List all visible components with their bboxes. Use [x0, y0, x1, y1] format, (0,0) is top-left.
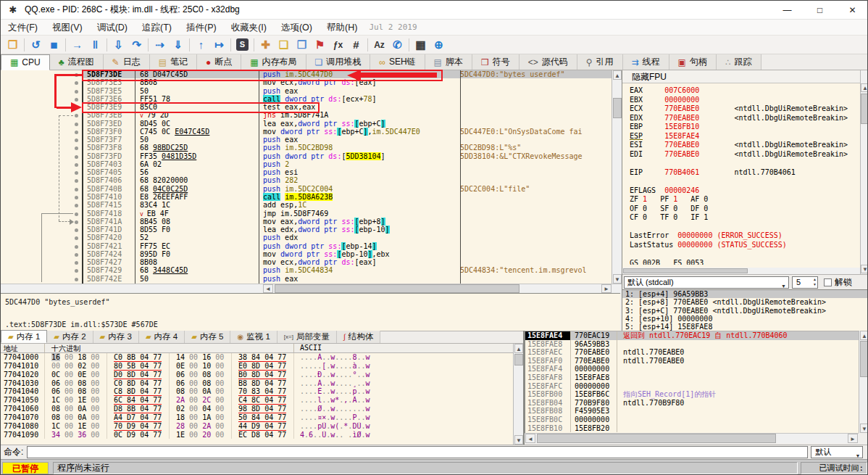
breakpoint-gutter[interactable]	[1, 201, 82, 209]
globe-icon[interactable]: ⊕	[430, 37, 448, 53]
register-line[interactable]: EBP 15E8FB10	[622, 123, 860, 132]
breakpoint-gutter[interactable]	[1, 193, 82, 201]
register-line[interactable]: ESP 15E8FAE4	[622, 132, 860, 141]
command-mode-select[interactable]: 默认 ▼	[811, 446, 863, 458]
hide-fpu-button[interactable]: 隐藏FPU	[622, 70, 868, 83]
registers-vscrollbar[interactable]: ▲ ▼	[860, 70, 868, 274]
scroll-thumb[interactable]	[537, 434, 776, 443]
disasm-row[interactable]: 5D8F7424895D F0mov dword ptr ss:[ebp-10]…	[1, 250, 612, 258]
stack-vscrollbar[interactable]: ▲ ▼	[859, 331, 868, 433]
argument-count-stepper[interactable]: 5 ▲▼	[792, 276, 818, 289]
tab-locals[interactable]: [x=]局部变量	[277, 331, 337, 343]
disasm-row[interactable]: 5D8F740668 82020000push 282	[1, 176, 612, 184]
tab-dump-1[interactable]: ▰内存 1	[1, 330, 47, 343]
disasm-row[interactable]: 5D8F742052push edx	[1, 234, 612, 241]
disasm-row[interactable]: 5D8F73F750push eax	[1, 136, 612, 144]
menu-item[interactable]: 调试(D)	[90, 20, 135, 36]
close-button[interactable]: ✕	[836, 1, 868, 20]
phone-icon[interactable]: ✆	[388, 37, 406, 53]
disasm-row[interactable]: 5D8F7410E8 26EEFAFFcall im.5D8A623B	[1, 193, 612, 201]
argument-hint-row[interactable]: 1: [esp+4] 96A59BB3	[622, 290, 868, 298]
trace-into-icon[interactable]: ⇢	[151, 37, 169, 53]
patch-icon[interactable]: ✚	[256, 37, 275, 53]
tab-dump-3[interactable]: ▰内存 3	[93, 331, 139, 343]
case-icon[interactable]: Az	[370, 37, 388, 53]
tab-log[interactable]: ✎日志	[104, 54, 150, 70]
minimize-button[interactable]: —	[771, 1, 804, 20]
disasm-row[interactable]: 5D8F742E50push eax	[1, 275, 612, 283]
dump-row[interactable]: 770410801C 00 1E 0070 D9 04 7728 00 2A 0…	[1, 422, 513, 431]
register-line[interactable]: EDI 770EABE0 <ntdll.DbgUiRemoteBreakin>	[622, 150, 860, 160]
breakpoint-gutter[interactable]	[1, 160, 82, 168]
register-line[interactable]: EFLAGS 00000246	[622, 186, 860, 196]
scroll-right-icon[interactable]: ►	[601, 284, 612, 293]
tab-call-stack[interactable]: ❏调用堆栈	[306, 54, 371, 70]
tab-references[interactable]: ⚲引用	[577, 54, 623, 70]
dump-row[interactable]: 7704109034 00 36 000C D9 04 771E 00 20 0…	[1, 431, 513, 439]
tab-handles[interactable]: ▣句柄	[669, 54, 717, 70]
register-line[interactable]: EIP 770B4061 ntdll.770B4061	[622, 168, 860, 178]
stack-row[interactable]: 15E8FB1015E8FB20	[525, 424, 859, 433]
breakpoint-gutter[interactable]	[1, 95, 82, 103]
tab-notes[interactable]: ▤笔记	[150, 54, 197, 70]
tab-struct[interactable]: ∫结构体	[337, 331, 380, 343]
register-line[interactable]	[622, 249, 860, 259]
stack-row[interactable]: 15E8FAE4770EAC19返回到 ntdll.770EAC19 自 ntd…	[525, 331, 859, 340]
scroll-up-icon[interactable]: ▲	[861, 83, 868, 92]
pause-icon[interactable]: ‖	[86, 37, 104, 53]
tab-breakpoints[interactable]: ●断点	[197, 54, 241, 70]
disasm-row[interactable]: 5D8F73FDFF35 0481D35Dpush dword ptr ds:[…	[1, 152, 612, 160]
stack-row[interactable]: 15E8FB0C00000000	[525, 416, 859, 424]
scroll-down-icon[interactable]: ▼	[861, 265, 868, 273]
calculator-icon[interactable]: ▦	[412, 37, 430, 53]
scroll-thumb[interactable]	[514, 354, 523, 365]
hex-dump-pane[interactable]: 地址 十六进制 ASCII 7704100016 00 18 00C0 8B 0…	[1, 344, 513, 445]
disasm-row[interactable]: 5D8F74278B08mov ecx,dword ptr ds:[eax]	[1, 258, 612, 266]
tab-memory-map[interactable]: ▦内存布局	[241, 54, 306, 70]
register-line[interactable]	[622, 159, 860, 168]
scroll-down-icon[interactable]: ▼	[613, 274, 622, 284]
register-line[interactable]: EBX 00000000	[622, 96, 860, 105]
argument-hint-row[interactable]: 2: [esp+8] 770EABE0 <ntdll.DbgUiRemoteBr…	[622, 298, 868, 306]
register-line[interactable]: ECX 770EABE0 <ntdll.DbgUiRemoteBreakin>	[622, 104, 860, 114]
breakpoint-gutter[interactable]	[1, 136, 82, 144]
stop-icon[interactable]: ◼	[45, 37, 63, 53]
register-line[interactable]: GS 002B FS 0053	[622, 259, 860, 265]
scroll-left-icon[interactable]: ◄	[525, 434, 535, 443]
scroll-thumb[interactable]	[275, 284, 519, 293]
bookmark-icon[interactable]: ⚑	[311, 37, 329, 53]
argument-hint-row[interactable]: 5: [esp+14] 15E8FAE8	[622, 323, 868, 331]
breakpoint-gutter[interactable]	[1, 176, 82, 184]
disasm-row[interactable]: 5D8F73E550push eax	[1, 87, 612, 95]
disasm-row[interactable]: 5D8F7418v EB 4Fjmp im.5D8F7469	[1, 210, 612, 218]
scroll-right-icon[interactable]: ►	[848, 434, 858, 443]
execute-till-return-icon[interactable]: ↑	[192, 37, 210, 53]
register-line[interactable]: ZF 1 PF 1 AF 0	[622, 195, 860, 205]
breakpoint-gutter[interactable]	[1, 185, 82, 193]
tab-cpu[interactable]: ▦CPU	[1, 54, 50, 70]
disasm-row[interactable]: 5D8F741D8D55 F0lea edx,dword ptr ss:[ebp…	[1, 226, 612, 234]
run-to-user-code-icon[interactable]: ↦	[210, 37, 228, 53]
tab-script[interactable]: ▤脚本	[425, 54, 472, 70]
breakpoint-gutter[interactable]	[1, 87, 82, 95]
tab-dump-4[interactable]: ▰内存 4	[139, 331, 185, 343]
menu-item[interactable]: 文件(F)	[1, 20, 45, 36]
menu-item[interactable]: 追踪(T)	[135, 20, 179, 36]
disasm-row[interactable]: 5D8F73ED8D45 0Clea eax,dword ptr ss:[ebp…	[1, 120, 612, 128]
register-line[interactable]: LastStatus 00000000 (STATUS_SUCCESS)	[622, 241, 860, 250]
disasm-row[interactable]: 5D8F741583C4 1Cadd esp,1C	[1, 201, 612, 209]
register-line[interactable]	[622, 177, 860, 186]
disasm-vscrollbar[interactable]: ▲ ▼	[612, 70, 622, 284]
step-over-icon[interactable]: ↷	[128, 37, 146, 53]
scroll-up-icon[interactable]: ▲	[860, 331, 868, 340]
breakpoint-gutter[interactable]	[1, 120, 82, 128]
dump-row[interactable]: 770410200C 00 0E 00D0 8D 04 7706 00 08 0…	[1, 371, 513, 379]
trace-over-icon[interactable]: ⇓	[169, 37, 187, 53]
stack-row[interactable]: 15E8FB04770B9F80ntdll.770B9F80	[525, 399, 859, 408]
maximize-button[interactable]: □	[804, 1, 836, 20]
scroll-down-icon[interactable]: ▼	[514, 435, 523, 445]
disasm-row[interactable]: 5D8F740B68 04C0C25Dpush im.5DC2C0045DC2C…	[1, 185, 612, 193]
scroll-thumb[interactable]	[613, 98, 622, 118]
breakpoint-gutter[interactable]	[1, 152, 82, 160]
register-line[interactable]: EDX 770EABE0 <ntdll.DbgUiRemoteBreakin>	[622, 114, 860, 123]
